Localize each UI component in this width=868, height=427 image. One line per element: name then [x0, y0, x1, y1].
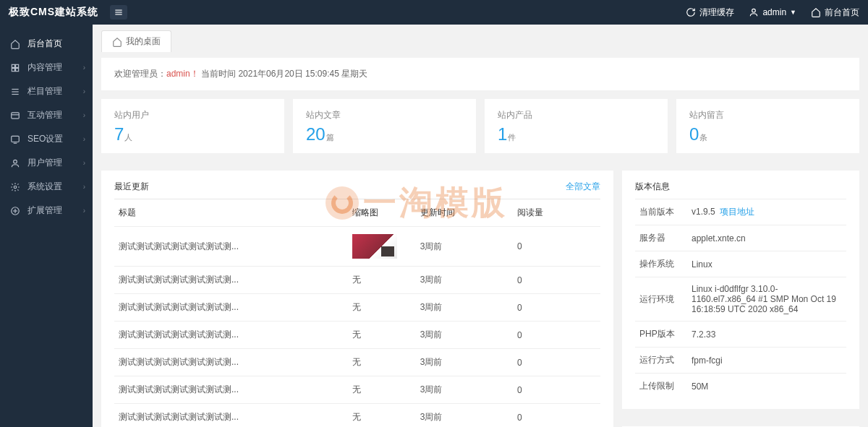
home-icon [112, 37, 122, 47]
chevron-right-icon: › [83, 87, 85, 95]
sidebar-item-0[interactable]: 后台首页 [0, 32, 93, 56]
sidebar-item-5[interactable]: 用户管理› [0, 151, 93, 175]
stat-card-0: 站内用户7人 [101, 99, 284, 153]
nav-label: 用户管理 [27, 157, 62, 169]
th-thumb: 缩略图 [348, 199, 416, 227]
cell-views: 0 [513, 404, 600, 428]
chevron-right-icon: › [83, 207, 85, 215]
nav-label: 后台首页 [27, 38, 62, 50]
nav-icon [10, 87, 22, 97]
stat-value: 7人 [114, 124, 271, 145]
table-row[interactable]: 测试测试测试测试测试测试测...无3周前0 [114, 322, 600, 349]
all-articles-link[interactable]: 全部文章 [566, 181, 600, 193]
sidebar-item-2[interactable]: 栏目管理› [0, 79, 93, 103]
table-row[interactable]: 测试测试测试测试测试测试测...无3周前0 [114, 294, 600, 322]
svg-rect-5 [16, 64, 19, 67]
svg-rect-4 [12, 64, 14, 67]
cell-title: 测试测试测试测试测试测试测... [114, 404, 348, 428]
stat-value: 20篇 [306, 124, 463, 145]
sidebar-item-6[interactable]: 系统设置› [0, 175, 93, 199]
sidebar-item-1[interactable]: 内容管理› [0, 56, 93, 79]
recent-updates-panel: 最近更新 全部文章 标题 缩略图 更新时间 阅读量 测试测试测试测试 [101, 171, 613, 427]
chevron-right-icon: › [83, 159, 85, 167]
svg-rect-6 [12, 68, 14, 71]
info-label: 运行方式 [635, 348, 687, 374]
welcome-prefix: 欢迎管理员： [114, 69, 166, 79]
sidebar: 后台首页内容管理›栏目管理›互动管理›SEO设置›用户管理›系统设置›扩展管理› [0, 25, 93, 427]
table-row[interactable]: 测试测试测试测试测试测试测...无3周前0 [114, 267, 600, 294]
info-row: PHP版本7.2.33 [635, 322, 846, 348]
nav-icon [10, 63, 22, 73]
cell-time: 3周前 [416, 349, 513, 376]
cell-title: 测试测试测试测试测试测试测... [114, 227, 348, 267]
info-value: v1.9.5 项目地址 [687, 199, 846, 225]
th-time: 更新时间 [416, 199, 513, 227]
admin-name: admin [762, 7, 786, 17]
info-row: 运行方式fpm-fcgi [635, 348, 846, 374]
menu-toggle-button[interactable] [110, 5, 127, 20]
clear-cache-button[interactable]: 清理缓存 [686, 7, 734, 19]
info-value: 50M [687, 374, 846, 400]
nav-label: 扩展管理 [27, 204, 62, 217]
cell-title: 测试测试测试测试测试测试测... [114, 294, 348, 322]
table-row[interactable]: 测试测试测试测试测试测试测...无3周前0 [114, 404, 600, 428]
nav-label: 系统设置 [27, 181, 62, 193]
cell-thumb: 无 [348, 376, 416, 404]
welcome-panel: 欢迎管理员：admin！ 当前时间 2021年06月20日 15:09:45 星… [101, 58, 859, 90]
svg-point-16 [14, 186, 17, 189]
frontend-home-button[interactable]: 前台首页 [811, 7, 859, 19]
info-label: 当前版本 [635, 199, 687, 225]
info-value: Linux i-d0dflfgr 3.10.0-1160.el7.x86_64 … [687, 277, 846, 322]
nav-icon [10, 111, 22, 121]
home-icon [811, 7, 821, 17]
th-title: 标题 [114, 199, 348, 227]
admin-menu[interactable]: admin ▼ [749, 7, 796, 17]
info-row: 上传限制50M [635, 374, 846, 400]
svg-point-15 [14, 160, 17, 163]
main-content: 我的桌面 欢迎管理员：admin！ 当前时间 2021年06月20日 15:09… [93, 25, 868, 427]
info-label: 操作系统 [635, 251, 687, 277]
cell-views: 0 [513, 267, 600, 294]
frontend-home-label: 前台首页 [825, 7, 859, 19]
project-link[interactable]: 项目地址 [720, 207, 754, 217]
logo: 极致CMS建站系统 [9, 6, 98, 19]
cell-thumb: 无 [348, 404, 416, 428]
info-value: fpm-fcgi [687, 348, 846, 374]
recent-title: 最近更新 [114, 181, 149, 193]
sidebar-item-3[interactable]: 互动管理› [0, 103, 93, 127]
refresh-icon [686, 7, 696, 17]
stat-card-1: 站内文章20篇 [293, 99, 476, 153]
info-row: 运行环境Linux i-d0dflfgr 3.10.0-1160.el7.x86… [635, 277, 846, 322]
stat-value: 1件 [498, 124, 655, 145]
clear-cache-label: 清理缓存 [699, 7, 734, 19]
sidebar-item-4[interactable]: SEO设置› [0, 127, 93, 151]
info-label: PHP版本 [635, 322, 687, 348]
stat-label: 站内用户 [114, 109, 271, 121]
cell-time: 3周前 [416, 227, 513, 267]
tab-desktop[interactable]: 我的桌面 [101, 30, 171, 52]
cell-views: 0 [513, 322, 600, 349]
info-label: 上传限制 [635, 374, 687, 400]
top-header: 极致CMS建站系统 清理缓存 admin ▼ 前台首页 [0, 0, 868, 25]
welcome-time: 2021年06月20日 15:09:45 星期天 [238, 69, 367, 79]
cell-time: 3周前 [416, 294, 513, 322]
cell-title: 测试测试测试测试测试测试测... [114, 267, 348, 294]
info-label: 服务器 [635, 225, 687, 251]
info-row: 操作系统Linux [635, 251, 846, 277]
table-row[interactable]: 测试测试测试测试测试测试测...无3周前0 [114, 349, 600, 376]
info-value: 7.2.33 [687, 322, 846, 348]
chevron-right-icon: › [83, 111, 85, 119]
table-row[interactable]: 测试测试测试测试测试测试测...无3周前0 [114, 376, 600, 404]
th-views: 阅读量 [513, 199, 600, 227]
cell-title: 测试测试测试测试测试测试测... [114, 376, 348, 404]
sidebar-item-7[interactable]: 扩展管理› [0, 199, 93, 223]
user-icon [749, 7, 759, 17]
cell-thumb: 无 [348, 294, 416, 322]
cell-views: 0 [513, 294, 600, 322]
nav-label: 栏目管理 [27, 85, 62, 98]
cell-views: 0 [513, 376, 600, 404]
cell-views: 0 [513, 227, 600, 267]
chevron-down-icon: ▼ [790, 9, 796, 16]
version-panel: 版本信息 当前版本v1.9.5 项目地址服务器applet.xnte.cn操作系… [622, 171, 859, 409]
table-row[interactable]: 测试测试测试测试测试测试测...3周前0 [114, 227, 600, 267]
